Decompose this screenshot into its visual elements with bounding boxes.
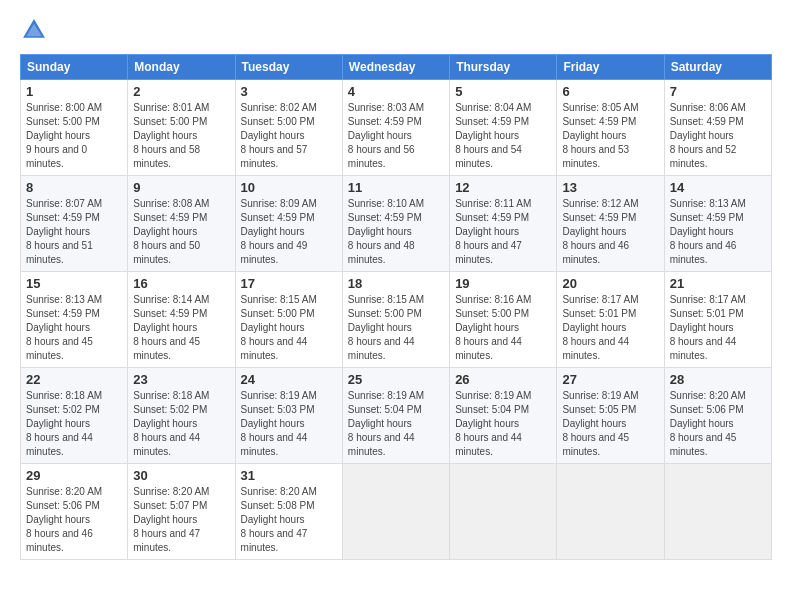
calendar-cell: 10Sunrise: 8:09 AMSunset: 4:59 PMDayligh… — [235, 176, 342, 272]
day-number: 17 — [241, 276, 337, 291]
day-number: 24 — [241, 372, 337, 387]
calendar-cell: 7Sunrise: 8:06 AMSunset: 4:59 PMDaylight… — [664, 80, 771, 176]
day-number: 10 — [241, 180, 337, 195]
day-number: 12 — [455, 180, 551, 195]
calendar-cell: 28Sunrise: 8:20 AMSunset: 5:06 PMDayligh… — [664, 368, 771, 464]
day-info: Sunrise: 8:12 AMSunset: 4:59 PMDaylight … — [562, 197, 658, 267]
calendar-cell: 4Sunrise: 8:03 AMSunset: 4:59 PMDaylight… — [342, 80, 449, 176]
day-info: Sunrise: 8:20 AMSunset: 5:07 PMDaylight … — [133, 485, 229, 555]
calendar-cell: 15Sunrise: 8:13 AMSunset: 4:59 PMDayligh… — [21, 272, 128, 368]
logo — [20, 16, 52, 44]
day-info: Sunrise: 8:20 AMSunset: 5:06 PMDaylight … — [26, 485, 122, 555]
day-info: Sunrise: 8:16 AMSunset: 5:00 PMDaylight … — [455, 293, 551, 363]
weekday-header-thursday: Thursday — [450, 55, 557, 80]
weekday-header-row: SundayMondayTuesdayWednesdayThursdayFrid… — [21, 55, 772, 80]
day-number: 11 — [348, 180, 444, 195]
calendar-cell: 18Sunrise: 8:15 AMSunset: 5:00 PMDayligh… — [342, 272, 449, 368]
calendar-week-4: 22Sunrise: 8:18 AMSunset: 5:02 PMDayligh… — [21, 368, 772, 464]
day-info: Sunrise: 8:11 AMSunset: 4:59 PMDaylight … — [455, 197, 551, 267]
weekday-header-wednesday: Wednesday — [342, 55, 449, 80]
day-number: 9 — [133, 180, 229, 195]
calendar-week-2: 8Sunrise: 8:07 AMSunset: 4:59 PMDaylight… — [21, 176, 772, 272]
weekday-header-sunday: Sunday — [21, 55, 128, 80]
calendar-cell: 3Sunrise: 8:02 AMSunset: 5:00 PMDaylight… — [235, 80, 342, 176]
day-info: Sunrise: 8:05 AMSunset: 4:59 PMDaylight … — [562, 101, 658, 171]
calendar-cell: 9Sunrise: 8:08 AMSunset: 4:59 PMDaylight… — [128, 176, 235, 272]
calendar-cell — [557, 464, 664, 560]
day-info: Sunrise: 8:20 AMSunset: 5:06 PMDaylight … — [670, 389, 766, 459]
calendar-week-3: 15Sunrise: 8:13 AMSunset: 4:59 PMDayligh… — [21, 272, 772, 368]
day-info: Sunrise: 8:20 AMSunset: 5:08 PMDaylight … — [241, 485, 337, 555]
calendar-cell: 1Sunrise: 8:00 AMSunset: 5:00 PMDaylight… — [21, 80, 128, 176]
day-number: 31 — [241, 468, 337, 483]
day-info: Sunrise: 8:07 AMSunset: 4:59 PMDaylight … — [26, 197, 122, 267]
day-number: 29 — [26, 468, 122, 483]
weekday-header-friday: Friday — [557, 55, 664, 80]
calendar-cell: 24Sunrise: 8:19 AMSunset: 5:03 PMDayligh… — [235, 368, 342, 464]
day-number: 27 — [562, 372, 658, 387]
calendar-cell: 20Sunrise: 8:17 AMSunset: 5:01 PMDayligh… — [557, 272, 664, 368]
day-number: 21 — [670, 276, 766, 291]
weekday-header-tuesday: Tuesday — [235, 55, 342, 80]
day-info: Sunrise: 8:02 AMSunset: 5:00 PMDaylight … — [241, 101, 337, 171]
calendar-cell: 6Sunrise: 8:05 AMSunset: 4:59 PMDaylight… — [557, 80, 664, 176]
day-number: 1 — [26, 84, 122, 99]
day-info: Sunrise: 8:15 AMSunset: 5:00 PMDaylight … — [241, 293, 337, 363]
calendar-cell: 26Sunrise: 8:19 AMSunset: 5:04 PMDayligh… — [450, 368, 557, 464]
calendar-cell: 12Sunrise: 8:11 AMSunset: 4:59 PMDayligh… — [450, 176, 557, 272]
day-info: Sunrise: 8:10 AMSunset: 4:59 PMDaylight … — [348, 197, 444, 267]
day-info: Sunrise: 8:17 AMSunset: 5:01 PMDaylight … — [670, 293, 766, 363]
calendar-cell: 29Sunrise: 8:20 AMSunset: 5:06 PMDayligh… — [21, 464, 128, 560]
day-info: Sunrise: 8:13 AMSunset: 4:59 PMDaylight … — [26, 293, 122, 363]
day-info: Sunrise: 8:19 AMSunset: 5:05 PMDaylight … — [562, 389, 658, 459]
calendar-cell: 17Sunrise: 8:15 AMSunset: 5:00 PMDayligh… — [235, 272, 342, 368]
day-number: 7 — [670, 84, 766, 99]
calendar-week-1: 1Sunrise: 8:00 AMSunset: 5:00 PMDaylight… — [21, 80, 772, 176]
calendar-cell: 27Sunrise: 8:19 AMSunset: 5:05 PMDayligh… — [557, 368, 664, 464]
calendar-cell: 16Sunrise: 8:14 AMSunset: 4:59 PMDayligh… — [128, 272, 235, 368]
day-number: 6 — [562, 84, 658, 99]
day-number: 22 — [26, 372, 122, 387]
calendar-cell: 22Sunrise: 8:18 AMSunset: 5:02 PMDayligh… — [21, 368, 128, 464]
logo-icon — [20, 16, 48, 44]
calendar-table: SundayMondayTuesdayWednesdayThursdayFrid… — [20, 54, 772, 560]
day-number: 16 — [133, 276, 229, 291]
day-info: Sunrise: 8:01 AMSunset: 5:00 PMDaylight … — [133, 101, 229, 171]
calendar-cell: 25Sunrise: 8:19 AMSunset: 5:04 PMDayligh… — [342, 368, 449, 464]
day-number: 26 — [455, 372, 551, 387]
day-number: 30 — [133, 468, 229, 483]
day-info: Sunrise: 8:03 AMSunset: 4:59 PMDaylight … — [348, 101, 444, 171]
calendar-cell: 21Sunrise: 8:17 AMSunset: 5:01 PMDayligh… — [664, 272, 771, 368]
calendar-week-5: 29Sunrise: 8:20 AMSunset: 5:06 PMDayligh… — [21, 464, 772, 560]
day-number: 18 — [348, 276, 444, 291]
day-number: 20 — [562, 276, 658, 291]
day-number: 2 — [133, 84, 229, 99]
calendar-cell: 11Sunrise: 8:10 AMSunset: 4:59 PMDayligh… — [342, 176, 449, 272]
day-info: Sunrise: 8:04 AMSunset: 4:59 PMDaylight … — [455, 101, 551, 171]
day-info: Sunrise: 8:09 AMSunset: 4:59 PMDaylight … — [241, 197, 337, 267]
day-info: Sunrise: 8:19 AMSunset: 5:04 PMDaylight … — [455, 389, 551, 459]
calendar-cell: 8Sunrise: 8:07 AMSunset: 4:59 PMDaylight… — [21, 176, 128, 272]
calendar-cell — [664, 464, 771, 560]
day-number: 4 — [348, 84, 444, 99]
day-number: 19 — [455, 276, 551, 291]
calendar-cell: 19Sunrise: 8:16 AMSunset: 5:00 PMDayligh… — [450, 272, 557, 368]
weekday-header-monday: Monday — [128, 55, 235, 80]
calendar-cell: 30Sunrise: 8:20 AMSunset: 5:07 PMDayligh… — [128, 464, 235, 560]
day-number: 3 — [241, 84, 337, 99]
day-number: 15 — [26, 276, 122, 291]
day-number: 13 — [562, 180, 658, 195]
calendar-cell: 2Sunrise: 8:01 AMSunset: 5:00 PMDaylight… — [128, 80, 235, 176]
day-info: Sunrise: 8:19 AMSunset: 5:04 PMDaylight … — [348, 389, 444, 459]
day-info: Sunrise: 8:06 AMSunset: 4:59 PMDaylight … — [670, 101, 766, 171]
calendar-cell: 14Sunrise: 8:13 AMSunset: 4:59 PMDayligh… — [664, 176, 771, 272]
page-header — [20, 16, 772, 44]
calendar-cell: 13Sunrise: 8:12 AMSunset: 4:59 PMDayligh… — [557, 176, 664, 272]
day-info: Sunrise: 8:08 AMSunset: 4:59 PMDaylight … — [133, 197, 229, 267]
day-info: Sunrise: 8:18 AMSunset: 5:02 PMDaylight … — [26, 389, 122, 459]
calendar-cell: 23Sunrise: 8:18 AMSunset: 5:02 PMDayligh… — [128, 368, 235, 464]
day-info: Sunrise: 8:19 AMSunset: 5:03 PMDaylight … — [241, 389, 337, 459]
day-info: Sunrise: 8:14 AMSunset: 4:59 PMDaylight … — [133, 293, 229, 363]
day-number: 5 — [455, 84, 551, 99]
day-number: 28 — [670, 372, 766, 387]
